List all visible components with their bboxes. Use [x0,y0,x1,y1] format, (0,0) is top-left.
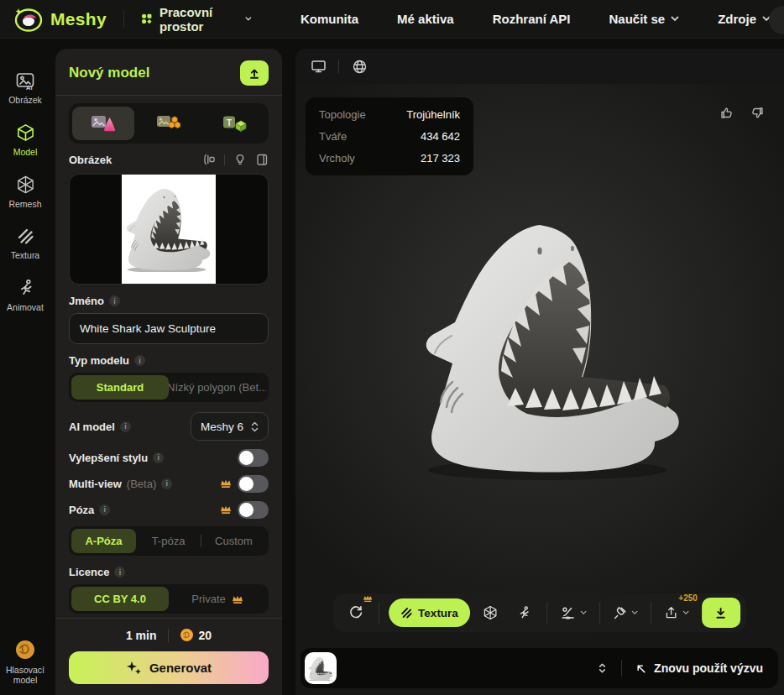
info-icon[interactable]: i [161,478,172,489]
download-button[interactable] [702,598,740,628]
name-input[interactable]: White Shark Jaw Sculpture [69,313,269,344]
licence-segment: CC BY 4.0 Private [69,584,269,614]
nav-item-learn[interactable]: Naučit se [609,12,679,26]
topology-info-panel: Topologie Trojúhelník Tváře 434 642 Vrch… [306,97,473,175]
licence-ccby[interactable]: CC BY 4.0 [71,587,169,611]
pose-a[interactable]: A-Póza [71,529,136,553]
divider [379,602,379,624]
model-actions-toolbar: Textura [333,593,746,632]
licence-private[interactable]: Private [169,587,266,611]
nav-item-api[interactable]: Rozhraní API [493,12,571,26]
monitor-icon [311,59,327,74]
navbar-divider [123,10,124,29]
lightbulb-icon[interactable] [233,153,247,166]
info-icon[interactable]: i [134,355,145,366]
print-menu-button[interactable] [553,597,593,629]
animate-action-button[interactable] [507,597,541,629]
chevron-down-icon [671,16,679,22]
ai-model-select[interactable]: Meshy 6 [191,412,269,441]
credits-badge: +250 [678,593,698,603]
tab-image-to-3d[interactable] [72,107,134,140]
texture-action-button[interactable]: Textura [389,598,470,627]
sidebar-item-texture[interactable]: Textura [0,227,50,260]
upload-button[interactable] [240,60,269,86]
info-row-topology: Topologie Trojúhelník [319,108,460,121]
info-row-faces: Tváře 434 642 [319,130,460,143]
sidebar-item-image[interactable]: AI Obrázek [0,72,50,105]
model-type-standard[interactable]: Standard [71,375,169,400]
sidebar-item-animate[interactable]: Animovat [0,278,50,312]
pose-type-segment: A-Póza T-póza Custom [69,526,269,556]
crop-select-icon[interactable] [202,153,216,166]
model-type-segment: Standard Nízký polygon (Bet... [69,373,269,402]
divider [621,660,622,677]
chevron-updown-icon [251,421,259,432]
wireframe-button[interactable] [348,55,370,77]
reuse-prompt-button[interactable]: Znovu použít výzvu [635,661,763,675]
nav-item-community[interactable]: Komunita [301,12,358,26]
library-icon[interactable] [255,153,269,166]
page-title: Nový model [69,65,149,81]
chevron-down-icon [580,610,587,615]
chevron-down-icon [631,610,638,615]
info-icon[interactable]: i [120,421,131,432]
texture-icon [400,607,412,619]
panel-footer: 1 min 20 Generovat [55,618,282,695]
name-label: Jménoi [69,295,269,307]
avatar[interactable] [769,6,784,34]
image-preview[interactable] [69,174,269,285]
sidebar-item-model[interactable]: Model [0,123,50,157]
texture-icon [16,227,35,246]
info-icon[interactable]: i [153,452,164,463]
viewer-area: Topologie Trojúhelník Tváře 434 642 Vrch… [295,39,784,695]
chevron-down-icon [245,16,252,22]
ai-model-label: AI modeli [69,421,131,433]
pose-t[interactable]: T-póza [136,529,201,553]
display-mode-button[interactable] [307,55,329,77]
info-icon[interactable]: i [99,504,110,515]
pose-toggle[interactable] [238,501,269,519]
tab-image-to-texture[interactable] [138,107,200,140]
divider [338,60,339,73]
3d-canvas[interactable]: Topologie Trojúhelník Tváře 434 642 Vrch… [295,84,784,695]
thumbs-up-icon[interactable] [720,106,734,120]
thumbs-down-icon[interactable] [750,106,764,120]
meshy-logo[interactable]: Meshy [13,6,107,33]
expand-collapse-icon[interactable] [596,661,609,675]
crown-icon [363,594,373,603]
style-enhance-toggle[interactable] [238,449,269,467]
pose-custom[interactable]: Custom [201,529,266,553]
nav-item-resources[interactable]: Zdroje [718,12,771,26]
svg-text:AI: AI [26,84,33,91]
new-model-panel: Nový model [55,49,282,695]
running-person-icon [16,278,35,298]
divider [168,629,169,642]
regenerate-button[interactable] [339,597,373,629]
generate-button[interactable]: Generovat [69,651,269,684]
coin-icon [180,628,194,642]
multiview-toggle[interactable] [238,475,269,493]
viewer-toolbar [295,49,784,84]
generation-mode-tabs: T [69,103,269,144]
source-image-thumbnail[interactable] [305,652,337,684]
workspace-icon [141,12,152,26]
prompt-bar: Znovu použít výzvu [301,648,778,688]
remesh-action-button[interactable] [473,597,507,629]
plugin-menu-button[interactable] [606,597,645,629]
info-row-vertices: Vrcholy 217 323 [319,152,460,165]
info-icon[interactable]: i [114,567,125,577]
sidebar-item-remesh[interactable]: Remesh [0,175,50,209]
share-export-icon [664,605,678,620]
tab-text-to-3d[interactable]: T [203,107,265,140]
model-type-lowpoly[interactable]: Nízký polygon (Bet... [169,375,266,400]
workspace-menu[interactable]: Pracovní prostor [141,5,252,34]
crown-icon [220,504,232,515]
info-icon[interactable]: i [109,295,120,306]
share-menu-button[interactable]: +250 [657,597,696,629]
plug-icon [613,606,627,620]
image-to-texture-icon [154,113,183,134]
model-type-label: Typ modelui [69,354,269,367]
tool-sidebar: AI Obrázek Model Remesh Textura [0,39,50,695]
sidebar-item-voting-model[interactable]: Hlasovací model [0,639,50,685]
nav-item-my-assets[interactable]: Mé aktiva [397,12,454,26]
